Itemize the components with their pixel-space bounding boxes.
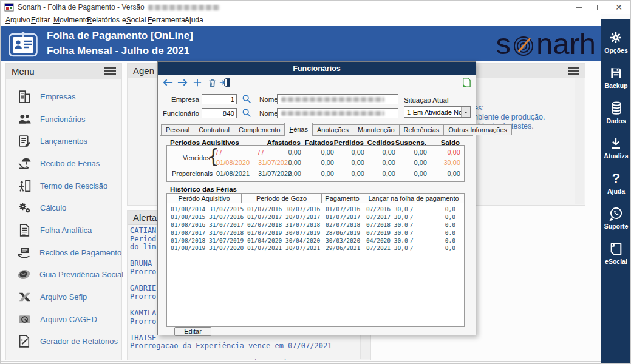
historico-title: Histórico das Férias [170, 186, 237, 193]
sidebar-item-opcoes[interactable]: Opções [604, 30, 628, 54]
compass-icon [511, 33, 536, 58]
historico-row[interactable]: 01/08/2018 31/07/201901/04/2020 30/04/20… [167, 237, 464, 245]
sidebar-item-recibo-ferias[interactable]: Recibo de Férias [6, 152, 121, 175]
id-badge-icon [8, 29, 38, 58]
periodo-start: 01/08/2020 [216, 159, 258, 166]
sidebar-item-suporte[interactable]: Suporte [604, 206, 629, 230]
historico-row[interactable]: 01/08/2014 31/07/201501/07/2016 30/07/20… [167, 206, 464, 214]
funcionario-nome-input[interactable] [277, 108, 398, 118]
situacao-label: Situação Atual [404, 96, 449, 104]
sidebar-item-atualiza[interactable]: Atualiza [604, 135, 628, 160]
tab-ferias[interactable]: Férias [284, 123, 313, 136]
alert-line: EDSONIA CAVALCANTE DA SILVA (1.1200) [130, 359, 361, 361]
redacted-employee-name [281, 111, 384, 116]
empresa-nome-label: Nome [259, 96, 278, 103]
document-icon [16, 222, 32, 238]
delete-trash-button[interactable] [206, 77, 218, 88]
sidebar-item-ajuda[interactable]: ? Ajuda [607, 170, 625, 195]
tab-manutencao[interactable]: Manutenção [353, 124, 400, 135]
app-icon [4, 2, 14, 12]
sidebar-item-calculo[interactable]: Cálculo [6, 197, 121, 219]
sidebar-item-funcionarios[interactable]: Funcionários [6, 108, 121, 130]
sidebar-item-backup[interactable]: Backup [605, 65, 628, 89]
previous-record-button[interactable] [162, 77, 174, 88]
sidebar-item-gerador-relatorios[interactable]: Gerador de Relatórios [6, 331, 121, 353]
dialog-title: Funcionários [158, 62, 476, 75]
agenda-panel-title: Agen [133, 66, 154, 76]
close-icon: ✕ [615, 3, 622, 12]
historico-header: Peródo Aquisitivo Período de Gozo Pagame… [166, 193, 465, 203]
col-lancar-folha: Lançar na folha de pagamento [363, 194, 464, 203]
periodo-start: / / [216, 149, 258, 156]
editar-button[interactable]: Editar [174, 327, 211, 336]
people-icon [16, 111, 32, 127]
maximize-button[interactable] [591, 1, 608, 14]
menu-movimento[interactable]: Movimento [53, 16, 89, 24]
exit-door-button[interactable] [219, 77, 231, 88]
menu-esocial[interactable]: eSocial [122, 16, 146, 24]
sidebar-item-arquivo-sefip[interactable]: Arquivo Sefip [6, 286, 121, 308]
situacao-select[interactable]: 1-Em Atividade Normal [404, 106, 471, 118]
add-record-button[interactable] [191, 77, 203, 88]
app-window: Sonarh - Folha de Pagamento - Versão ✕ A… [0, 0, 631, 364]
historico-row[interactable]: 01/08/2016 31/07/201702/07/2018 31/07/20… [167, 221, 464, 229]
sonarh-logo: snarh [496, 26, 596, 61]
minimize-button[interactable] [570, 1, 587, 14]
sidebar-item-arquivo-caged[interactable]: Arquivo CAGED [6, 308, 121, 331]
funcionario-label: Funcionário [160, 110, 199, 117]
menu-editar[interactable]: Editar [31, 16, 50, 24]
dialog-toolbar [158, 75, 476, 90]
historico-row[interactable]: 01/08/2017 31/07/201801/07/2019 30/07/20… [167, 229, 464, 237]
minimize-icon [576, 7, 582, 8]
menu-hamburger-icon[interactable] [104, 67, 116, 75]
window-title: Sonarh - Folha de Pagamento - Versão [18, 3, 145, 12]
search-empresa-icon[interactable] [241, 93, 252, 104]
sidebar-item-termo-rescisao[interactable]: Termo de Rescisão [6, 175, 121, 197]
tab-complemento[interactable]: Complemento [234, 124, 285, 135]
clipboard-pencil-icon [16, 133, 32, 149]
menu-relatorios[interactable]: Relatórios [87, 16, 120, 24]
caixa-x-icon [16, 289, 32, 305]
agenda-scrollbar[interactable] [575, 78, 584, 204]
tab-outras-informacoes[interactable]: Outras Informações [443, 124, 512, 135]
funcionario-input[interactable]: 840 [202, 108, 237, 118]
beach-chair-icon [16, 155, 32, 171]
app-title: Folha de Pagamento [OnLine] [47, 30, 193, 42]
tab-pessoal[interactable]: Pessoal [161, 124, 194, 135]
redacted-version-text [148, 5, 220, 10]
tab-referencias[interactable]: Referências [399, 124, 445, 135]
sidebar-item-empresas[interactable]: Empresas [6, 86, 121, 108]
sidebar-item-dados[interactable]: Dados [606, 100, 626, 124]
menu-arquivo[interactable]: Arquivo [5, 16, 30, 24]
app-header: Folha de Pagamento [OnLine] Folha Mensal… [1, 26, 601, 61]
close-button[interactable]: ✕ [610, 1, 627, 14]
col-periodo-aquisitivo: Peródo Aquisitivo [167, 194, 242, 203]
historico-row[interactable]: 01/08/2015 31/07/201601/07/2017 20/07/20… [167, 214, 464, 221]
empresa-input[interactable]: 1 [202, 94, 237, 104]
floppy-disk-icon [609, 65, 624, 81]
agenda-line: nbiente de produção. [474, 113, 545, 121]
sidebar-item-recibos-pagamento[interactable]: Recibos de Pagamento [6, 241, 121, 264]
sidebar-item-lancamentos[interactable]: Lançamentos [6, 130, 121, 152]
empresa-nome-input[interactable] [277, 94, 398, 104]
periodos-box: Vencidos { / / / / 0,00 0,00 0,00 0,00 0… [166, 145, 465, 182]
agenda-hamburger-icon[interactable] [568, 67, 579, 75]
empresa-label: Empresa [164, 96, 199, 103]
sidebar-item-folha-analitica[interactable]: Folha Analítica [6, 219, 121, 241]
historico-row[interactable]: 01/08/2019 31/07/202001/07/2021 30/07/20… [167, 244, 464, 252]
tab-anotacoes[interactable]: Anotações [312, 124, 353, 135]
sidebar-item-guia-previdencia[interactable]: Guia Previdência Social [6, 264, 121, 286]
menu-panel-title: Menu [12, 66, 35, 76]
menu-ferramentas[interactable]: Ferramentas [148, 16, 189, 24]
gear-icon [608, 30, 624, 46]
search-funcionario-icon[interactable] [241, 107, 252, 118]
next-record-button[interactable] [176, 77, 188, 88]
dialog-tabs: Pessoal Contratual Complemento Férias An… [161, 123, 511, 136]
periodo-start: 01/08/2021 [216, 170, 258, 177]
sidebar-item-esocial[interactable]: eSocial [605, 241, 627, 265]
spreadsheet-icon[interactable] [460, 77, 472, 88]
menubar: Arquivo Editar Movimento Relatórios eSoc… [1, 14, 601, 26]
tab-contratual[interactable]: Contratual [194, 124, 234, 135]
menu-ajuda[interactable]: Ajuda [185, 16, 203, 24]
question-mark-icon: ? [608, 170, 624, 186]
